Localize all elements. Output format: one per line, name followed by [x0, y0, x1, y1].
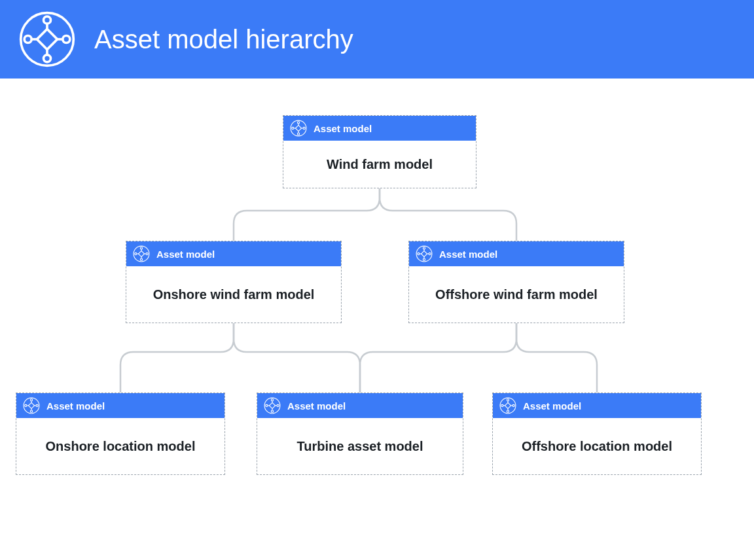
node-wind-farm-model: Asset model Wind farm model [283, 115, 476, 188]
node-turbine-asset-model: Asset model Turbine asset model [257, 393, 463, 475]
diagram-canvas: Asset model Wind farm model Asset model … [0, 79, 754, 560]
node-onshore-location-model: Asset model Onshore location model [16, 393, 225, 475]
node-type-label: Asset model [287, 400, 346, 411]
node-header: Asset model [283, 116, 476, 141]
node-type-label: Asset model [314, 123, 372, 134]
hierarchy-icon [23, 397, 40, 414]
node-title: Turbine asset model [257, 418, 463, 474]
node-title: Wind farm model [283, 141, 476, 188]
node-type-label: Asset model [523, 400, 581, 411]
node-title: Onshore location model [16, 418, 224, 474]
page-title: Asset model hierarchy [94, 25, 353, 54]
hierarchy-icon [264, 397, 281, 414]
hierarchy-icon [290, 120, 307, 137]
node-type-label: Asset model [156, 249, 215, 260]
page-banner: Asset model hierarchy [0, 0, 754, 79]
hierarchy-icon [416, 245, 433, 262]
node-title: Offshore location model [493, 418, 701, 474]
node-offshore-wind-farm-model: Asset model Offshore wind farm model [408, 241, 624, 323]
node-onshore-wind-farm-model: Asset model Onshore wind farm model [126, 241, 342, 323]
hierarchy-icon [18, 10, 76, 68]
hierarchy-icon [499, 397, 516, 414]
node-header: Asset model [409, 241, 624, 266]
node-type-label: Asset model [46, 400, 105, 411]
node-title: Offshore wind farm model [409, 266, 624, 323]
node-title: Onshore wind farm model [126, 266, 341, 323]
node-type-label: Asset model [439, 249, 497, 260]
node-header: Asset model [493, 393, 701, 418]
node-offshore-location-model: Asset model Offshore location model [492, 393, 702, 475]
node-header: Asset model [16, 393, 224, 418]
hierarchy-icon [133, 245, 150, 262]
node-header: Asset model [126, 241, 341, 266]
node-header: Asset model [257, 393, 463, 418]
